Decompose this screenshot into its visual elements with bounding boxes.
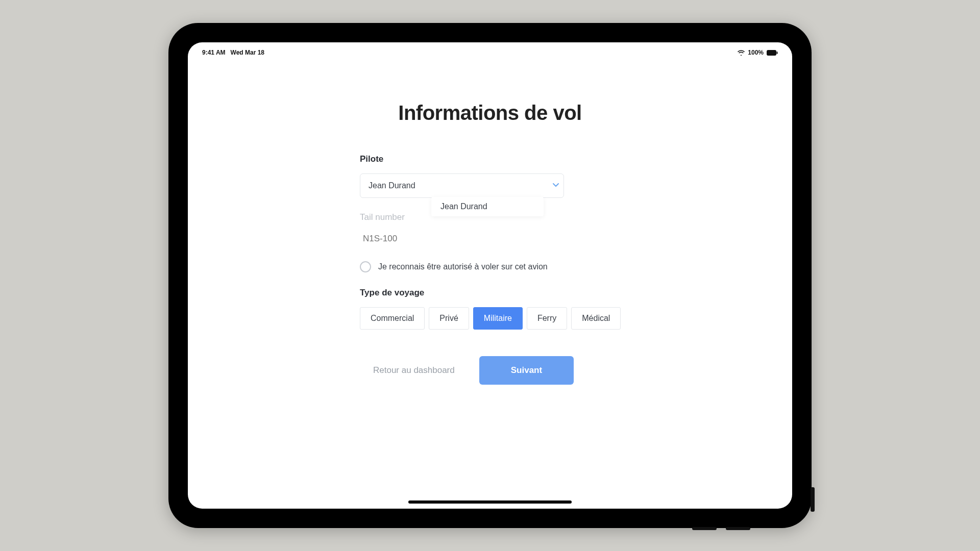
- pilot-option-label: Jean Durand: [440, 202, 487, 211]
- status-bar: 9:41 AM Wed Mar 18 100%: [188, 42, 792, 63]
- device-bottom-ports: [692, 527, 750, 530]
- flight-form: Pilote Jean Durand Jean Durand Tail numb…: [360, 154, 620, 385]
- segment-prive[interactable]: Privé: [429, 307, 469, 330]
- svg-rect-1: [777, 52, 778, 54]
- segment-commercial[interactable]: Commercial: [360, 307, 425, 330]
- pilot-label: Pilote: [360, 154, 620, 164]
- segment-militaire[interactable]: Militaire: [473, 307, 523, 330]
- home-indicator[interactable]: [408, 500, 572, 504]
- next-button[interactable]: Suivant: [479, 356, 574, 385]
- trip-type-segmented: Commercial Privé Militaire Ferry Médical: [360, 307, 620, 330]
- segment-ferry[interactable]: Ferry: [527, 307, 567, 330]
- screen: 9:41 AM Wed Mar 18 100% Informations de …: [188, 42, 792, 509]
- page-title: Informations de vol: [398, 102, 581, 124]
- authorization-label: Je reconnais être autorisé à voler sur c…: [378, 262, 548, 271]
- chevron-down-icon: [552, 181, 560, 191]
- status-date: Wed Mar 18: [231, 49, 264, 56]
- tablet-frame: 9:41 AM Wed Mar 18 100% Informations de …: [168, 23, 812, 528]
- content: Informations de vol Pilote Jean Durand J…: [188, 78, 792, 509]
- wifi-icon: [738, 50, 745, 56]
- svg-rect-0: [767, 50, 776, 55]
- segment-medical[interactable]: Médical: [571, 307, 621, 330]
- status-time: 9:41 AM: [202, 49, 226, 56]
- device-side-button: [811, 487, 815, 512]
- tail-number-input[interactable]: [360, 232, 472, 246]
- trip-type-label: Type de voyage: [360, 288, 620, 298]
- pilot-select[interactable]: Jean Durand Jean Durand: [360, 173, 620, 198]
- status-battery-pct: 100%: [748, 49, 764, 56]
- pilot-dropdown-option[interactable]: Jean Durand: [431, 197, 544, 216]
- back-to-dashboard-button[interactable]: Retour au dashboard: [369, 358, 459, 383]
- authorization-radio[interactable]: [360, 261, 371, 272]
- pilot-selected-value: Jean Durand: [369, 181, 415, 190]
- battery-icon: [767, 50, 778, 56]
